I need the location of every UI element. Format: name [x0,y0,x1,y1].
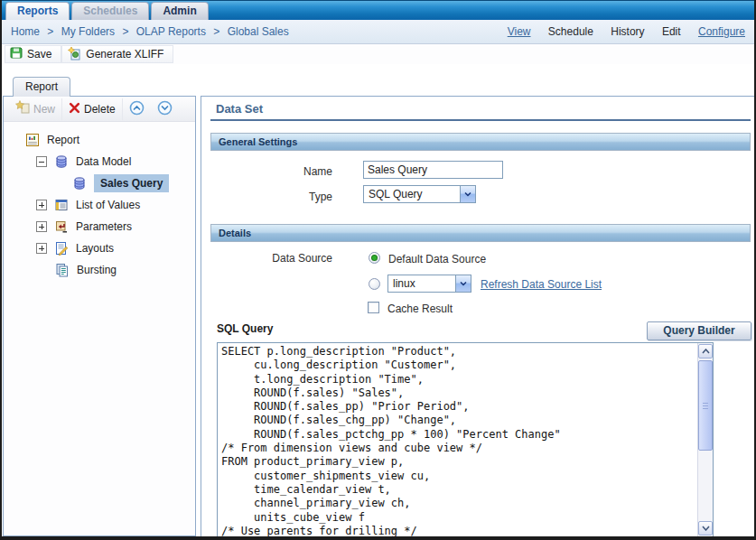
tree-item-parameters[interactable]: Parameters [4,216,195,237]
delete-label: Delete [84,103,116,116]
layouts-icon [54,241,69,256]
page-title: Data Set [216,102,263,116]
save-button[interactable]: Save [5,45,61,63]
action-schedule[interactable]: Schedule [548,25,593,38]
generate-xliff-label: Generate XLIFF [86,48,163,61]
title-rule [210,119,751,121]
tree-item-label-selected: Sales Query [94,174,169,192]
arrow-up-circle-icon [129,100,145,118]
report-icon [25,133,40,147]
type-select[interactable]: SQL Query [363,185,476,203]
collapse-expander-icon[interactable] [36,156,47,167]
vertical-scrollbar[interactable] [697,343,713,536]
arrow-down-circle-icon [157,100,173,118]
save-label: Save [27,48,51,61]
breadcrumb-olap-reports[interactable]: OLAP Reports [136,25,206,38]
tab-reports[interactable]: Reports [5,2,70,20]
report-panel-tab[interactable]: Report [13,77,70,97]
new-button[interactable]: New [9,98,62,120]
name-input[interactable] [363,161,503,179]
tree-item-sales-query[interactable]: Sales Query [4,172,195,194]
breadcrumb-separator: > [47,25,53,38]
sql-query-editor[interactable]: SELECT p.long_description "Product", cu.… [217,342,714,537]
data-set-panel: Data Set General Settings Name Type SQL … [201,96,754,536]
save-icon [10,47,23,62]
data-source-select[interactable]: linux [387,275,471,293]
new-icon [15,100,30,117]
generate-xliff-button[interactable]: Generate XLIFF [61,45,173,63]
type-label: Type [233,191,332,203]
tree-item-data-model[interactable]: Data Model [4,151,195,172]
bursting-icon [55,263,70,277]
general-settings-header: General Settings [210,133,751,151]
delete-button[interactable]: Delete [62,98,123,120]
list-of-values-icon [54,198,69,212]
tree-item-bursting[interactable]: Bursting [4,259,195,281]
tree-toolbar: New Delete [4,97,195,122]
scroll-down-icon[interactable] [698,521,713,535]
details-header: Details [210,224,751,242]
breadcrumb: Home > My Folders > OLAP Reports > Globa… [11,25,294,38]
report-tree-panel: New Delete [3,96,196,536]
query-builder-button[interactable]: Query Builder [647,321,751,340]
top-tab-bar: Reports Schedules Admin [0,0,756,20]
tab-schedules[interactable]: Schedules [71,2,149,20]
move-up-button[interactable] [123,98,151,120]
chevron-down-icon[interactable] [460,186,475,202]
breadcrumb-my-folders[interactable]: My Folders [61,25,115,38]
data-source-select-value: linux [388,275,455,292]
type-select-value: SQL Query [364,186,460,202]
chevron-down-icon[interactable] [455,275,471,292]
expand-expander-icon[interactable] [36,200,47,210]
tree-item-report[interactable]: Report [4,129,195,151]
breadcrumb-separator: > [213,25,219,38]
database-icon [54,154,69,169]
default-data-source-radio[interactable] [369,252,380,264]
tree-item-layouts[interactable]: Layouts [4,237,195,259]
app-window: Reports Schedules Admin Home > My Folder… [0,0,756,540]
tree-item-label: Layouts [76,242,114,255]
scrollbar-thumb[interactable] [698,360,713,451]
action-configure[interactable]: Configure [698,25,745,38]
default-data-source-option-label[interactable]: Default Data Source [388,253,486,265]
database-icon [72,176,87,191]
action-edit[interactable]: Edit [662,25,681,38]
tree-item-label: Data Model [76,155,131,168]
breadcrumb-home[interactable]: Home [11,25,40,38]
named-data-source-radio[interactable] [369,278,380,290]
cache-result-label[interactable]: Cache Result [387,303,453,315]
tree-item-label: List of Values [76,199,140,211]
tree-item-label: Parameters [76,220,132,233]
refresh-data-source-link[interactable]: Refresh Data Source List [481,278,602,291]
new-label: New [33,103,55,116]
tree-item-label: Bursting [77,264,117,276]
window-border-bottom [0,536,756,540]
sql-query-text[interactable]: SELECT p.long_description "Product", cu.… [221,345,695,537]
data-source-label: Data Source [233,252,332,265]
tree-item-list-of-values[interactable]: List of Values [4,194,195,216]
breadcrumb-current: Global Sales [228,25,289,38]
expand-expander-icon[interactable] [36,221,47,232]
sql-query-label: SQL Query [217,322,273,335]
tree-item-label: Report [47,134,79,146]
scroll-up-icon[interactable] [698,344,713,358]
name-label: Name [233,165,332,178]
tab-admin[interactable]: Admin [151,2,208,20]
cache-result-checkbox[interactable] [368,302,379,313]
parameters-icon [54,219,69,234]
report-tree: Report Data Model Sales Query [4,122,195,281]
breadcrumb-bar: Home > My Folders > OLAP Reports > Globa… [0,20,756,44]
header-actions: View Schedule History Edit Configure [493,25,745,38]
delete-icon [69,102,80,116]
generate-xliff-icon [67,46,81,63]
action-view[interactable]: View [508,25,531,38]
toolbar: Save Generate XLIFF [0,44,756,64]
move-down-button[interactable] [151,98,179,120]
action-history[interactable]: History [611,25,644,38]
window-border-left [0,0,2,540]
breadcrumb-separator: > [122,25,128,38]
expand-expander-icon[interactable] [36,243,47,254]
